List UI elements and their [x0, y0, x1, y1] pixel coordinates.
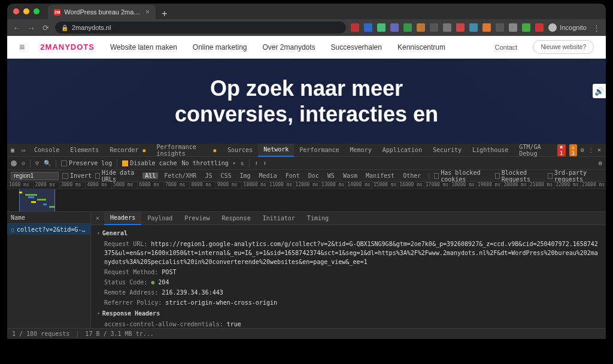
- nav-link[interactable]: Over 2manydots: [263, 43, 315, 51]
- detail-tab-headers[interactable]: Headers: [104, 212, 141, 225]
- download-icon[interactable]: ⬇: [263, 160, 266, 166]
- audio-icon[interactable]: 🔊: [593, 84, 606, 98]
- tab-lighthouse[interactable]: Lighthouse: [467, 144, 514, 157]
- search-icon[interactable]: 🔍: [44, 160, 51, 166]
- extension-icon[interactable]: [535, 23, 544, 32]
- minimize-window-button[interactable]: [23, 8, 29, 14]
- detail-tab-payload[interactable]: Payload: [141, 212, 178, 225]
- tab-application[interactable]: Application: [377, 144, 427, 157]
- detail-tab-initiator[interactable]: Initiator: [257, 212, 301, 225]
- filter-type[interactable]: Media: [257, 172, 280, 179]
- nav-link[interactable]: Website laten maken: [110, 43, 177, 51]
- request-list-header[interactable]: Name: [7, 212, 90, 224]
- menu-button[interactable]: ⋮: [591, 23, 601, 32]
- hide-data-urls-checkbox[interactable]: Hide data URLs: [95, 169, 139, 183]
- tab-performance[interactable]: Performance: [294, 144, 344, 157]
- extension-icon[interactable]: [469, 23, 478, 32]
- tab-recorder[interactable]: Recorder: [104, 144, 151, 157]
- third-party-checkbox[interactable]: 3rd-party requests: [548, 169, 602, 183]
- detail-tab-response[interactable]: Response: [216, 212, 257, 225]
- tab-performance-insights[interactable]: Performance insights: [151, 144, 222, 157]
- detail-tab-preview[interactable]: Preview: [178, 212, 216, 225]
- filter-type[interactable]: Other: [400, 172, 423, 179]
- filter-type[interactable]: Font: [283, 172, 302, 179]
- extension-icon[interactable]: [364, 23, 372, 32]
- extension-icon[interactable]: [482, 23, 491, 32]
- address-bar: ← → ⟳ 🔒 2manydots.nl Incognito: [7, 19, 606, 36]
- upload-icon[interactable]: ⬆: [254, 160, 258, 166]
- filter-type[interactable]: JS: [202, 172, 214, 179]
- nav-link[interactable]: Succesverhalen: [331, 43, 382, 51]
- tab-sources[interactable]: Sources: [222, 144, 258, 157]
- incognito-indicator[interactable]: Incognito: [548, 23, 587, 32]
- filter-type[interactable]: WS: [325, 172, 337, 179]
- extension-icon[interactable]: [522, 23, 530, 32]
- clear-button[interactable]: ⊘: [22, 160, 25, 166]
- forward-button[interactable]: →: [26, 23, 36, 32]
- close-window-button[interactable]: [13, 8, 19, 14]
- nav-link[interactable]: Kenniscentrum: [397, 43, 445, 51]
- extension-icon[interactable]: [430, 23, 438, 32]
- contact-link[interactable]: Contact: [494, 44, 517, 51]
- throttling-select[interactable]: No throttling ▾: [182, 160, 236, 166]
- preserve-log-checkbox[interactable]: Preserve log: [61, 160, 112, 166]
- close-devtools-icon[interactable]: ×: [597, 147, 601, 153]
- record-button[interactable]: [11, 160, 17, 166]
- extension-icon[interactable]: [403, 23, 412, 32]
- hamburger-icon[interactable]: ≡: [19, 42, 25, 53]
- new-tab-button[interactable]: +: [156, 8, 173, 19]
- tab-gtm-ga-debug[interactable]: GTM/GA Debug: [514, 144, 557, 157]
- tab-network[interactable]: Network: [258, 144, 294, 157]
- tab-elements[interactable]: Elements: [65, 144, 104, 157]
- disable-cache-checkbox[interactable]: Disable cache: [122, 160, 177, 166]
- invert-checkbox[interactable]: Invert: [62, 172, 92, 179]
- filter-type[interactable]: Manifest: [363, 172, 397, 179]
- blocked-requests-checkbox[interactable]: Blocked Requests: [495, 169, 544, 183]
- filter-type[interactable]: Doc: [306, 172, 321, 179]
- section-response-headers[interactable]: Response Headers: [97, 310, 600, 317]
- extension-icon[interactable]: [443, 23, 451, 32]
- filter-icon[interactable]: ▽: [35, 160, 39, 166]
- detail-tab-timing[interactable]: Timing: [301, 212, 335, 225]
- device-toggle-icon[interactable]: ▭: [18, 144, 29, 157]
- tab-memory[interactable]: Memory: [345, 144, 377, 157]
- nav-link[interactable]: Online marketing: [193, 43, 247, 51]
- tab-security[interactable]: Security: [427, 144, 467, 157]
- settings-icon[interactable]: ⚙: [581, 147, 584, 153]
- close-tab-icon[interactable]: ×: [145, 8, 150, 16]
- inspect-icon[interactable]: ▣: [7, 144, 18, 157]
- extension-icon[interactable]: [456, 23, 465, 32]
- browser-tab[interactable]: 2M WordPress bureau 2manydots ×: [48, 5, 156, 19]
- hero-headline: Op zoek naar meer conversies, interactie…: [175, 75, 438, 127]
- request-row[interactable]: ▯ collect?v=2&tid=G-QBX1SNG...: [7, 224, 90, 235]
- cta-button[interactable]: Nieuwe website?: [533, 40, 594, 54]
- site-logo[interactable]: 2MANYDOTS: [40, 43, 95, 51]
- url-input[interactable]: 🔒 2manydots.nl: [55, 22, 346, 34]
- filter-type[interactable]: CSS: [218, 172, 233, 179]
- extension-icon[interactable]: [496, 23, 504, 32]
- filter-type[interactable]: Wasm: [341, 172, 360, 179]
- error-count-badge[interactable]: ✖ 1: [557, 144, 565, 156]
- close-details-icon[interactable]: ×: [91, 215, 104, 222]
- back-button[interactable]: ←: [12, 23, 22, 32]
- filter-type[interactable]: Fetch/XHR: [162, 172, 199, 179]
- section-general[interactable]: General: [97, 230, 600, 236]
- network-toolbar: ⊘ ▽ 🔍 Preserve log Disable cache No thro…: [7, 157, 606, 170]
- extension-icon[interactable]: [417, 23, 425, 32]
- extension-icon[interactable]: [351, 23, 359, 32]
- filter-type[interactable]: Img: [238, 172, 253, 179]
- tab-console[interactable]: Console: [29, 144, 65, 157]
- wifi-icon[interactable]: ⇅: [241, 160, 244, 166]
- extension-icon[interactable]: [509, 23, 517, 32]
- more-icon[interactable]: ⋮: [588, 147, 594, 153]
- filter-type-all[interactable]: All: [142, 172, 158, 179]
- reload-button[interactable]: ⟳: [41, 23, 50, 32]
- filter-input[interactable]: [11, 172, 59, 180]
- blocked-cookies-checkbox[interactable]: Has blocked cookies: [434, 169, 491, 183]
- fullscreen-window-button[interactable]: [34, 8, 40, 14]
- extension-icon[interactable]: [377, 23, 386, 32]
- network-timeline[interactable]: 1000 ms2000 ms3000 ms4000 ms5000 ms6000 …: [7, 182, 606, 212]
- warning-count-badge[interactable]: ⚠ 3: [569, 144, 577, 156]
- network-settings-icon[interactable]: ⚙: [599, 160, 602, 166]
- extension-icon[interactable]: [390, 23, 399, 32]
